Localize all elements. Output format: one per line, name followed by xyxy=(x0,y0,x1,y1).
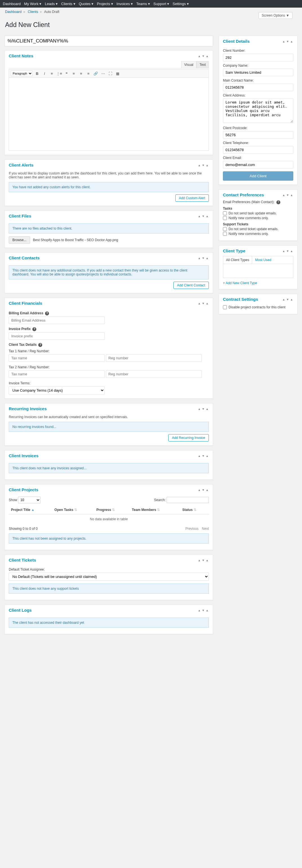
nav-invoices[interactable]: Invoices ▾ xyxy=(117,2,133,6)
tab-visual[interactable]: Visual xyxy=(181,61,197,68)
help-icon[interactable]: ? xyxy=(38,343,42,347)
address-input[interactable]: Lorem ipsum dolor sit amet, consectetur … xyxy=(223,98,293,123)
no-data: No data available in table xyxy=(9,514,209,524)
tax1-name-input[interactable] xyxy=(9,354,105,362)
email-input[interactable] xyxy=(223,161,293,168)
company-name-input[interactable] xyxy=(223,69,293,76)
chk-ticket-update[interactable] xyxy=(223,227,227,231)
file-name: Best Shopify Apps to Boost Traffic - SEO… xyxy=(33,238,118,242)
nav-projects[interactable]: Projects ▾ xyxy=(97,2,113,6)
nav-support[interactable]: Support ▾ xyxy=(153,2,169,6)
help-icon[interactable]: ? xyxy=(32,327,36,331)
fullscreen-icon[interactable]: ⛶ xyxy=(108,71,113,76)
panel-toggle[interactable]: ▴▾▴ xyxy=(198,558,209,562)
panel-toggle[interactable]: ▴▾▴ xyxy=(198,407,209,411)
help-icon[interactable]: ? xyxy=(45,311,49,315)
link-icon[interactable]: 🔗 xyxy=(93,71,98,76)
chk-ticket-comments[interactable] xyxy=(223,232,227,236)
proj-heading: Client Projects xyxy=(9,487,38,492)
invoice-prefix-input[interactable] xyxy=(9,332,105,340)
alerts-heading: Client Alerts xyxy=(9,163,33,167)
add-type-link[interactable]: + Add New Client Type xyxy=(223,281,257,285)
tax2-reg-input[interactable] xyxy=(106,370,202,378)
panel-toggle[interactable]: ▴▾▴ xyxy=(282,249,293,253)
nav-mywork[interactable]: My Work ▾ xyxy=(24,2,42,6)
panel-toggle[interactable]: ▴▾▴ xyxy=(282,193,293,197)
col-status[interactable]: Status ⇅ xyxy=(180,506,209,514)
client-title-input[interactable] xyxy=(4,36,213,46)
para-select[interactable]: Paragraph xyxy=(11,71,33,76)
postcode-input[interactable] xyxy=(223,131,293,139)
panel-toggle[interactable]: ▴▾▴ xyxy=(282,39,293,43)
ul-icon[interactable]: ≡ xyxy=(49,71,55,76)
panel-toggle[interactable]: ▴▾▴ xyxy=(198,54,209,58)
panel-toggle[interactable]: ▴▾▴ xyxy=(282,298,293,301)
tab-all-types[interactable]: All Client Types xyxy=(223,256,252,264)
inv-empty: This client does not have any invoices a… xyxy=(9,463,209,473)
tax1-reg-input[interactable] xyxy=(106,354,202,362)
chk-disable-contracts[interactable] xyxy=(223,305,227,309)
fin-heading: Client Financials xyxy=(9,301,42,306)
show-select[interactable]: 10 xyxy=(18,497,40,503)
telephone-input[interactable] xyxy=(223,146,293,154)
editor-area[interactable] xyxy=(9,78,209,151)
tab-text[interactable]: Text xyxy=(197,61,209,68)
align-right-icon[interactable]: ≡ xyxy=(86,71,91,76)
sort-icon: ⇅ xyxy=(112,508,115,512)
rec-heading: Recurring Invoices xyxy=(9,406,47,411)
billing-email-input[interactable] xyxy=(9,316,105,324)
bc-clients[interactable]: Clients xyxy=(28,10,38,14)
client-number-input[interactable] xyxy=(223,54,293,61)
assignee-select[interactable]: No Default (Tickets will be unassigned u… xyxy=(9,572,209,581)
add-alert-button[interactable]: Add Custom Alert xyxy=(175,194,209,202)
help-icon[interactable]: ? xyxy=(276,200,280,204)
nav-teams[interactable]: Teams ▾ xyxy=(136,2,150,6)
nav-quotes[interactable]: Quotes ▾ xyxy=(79,2,94,6)
toolbar-toggle-icon[interactable]: ▦ xyxy=(115,71,120,76)
add-contact-button[interactable]: Add Client Contact xyxy=(173,282,209,289)
nav-settings[interactable]: Settings ▾ xyxy=(173,2,189,6)
col-title[interactable]: Project Title ▲ xyxy=(9,506,52,514)
panel-toggle[interactable]: ▴▾▴ xyxy=(198,301,209,305)
panel-toggle[interactable]: ▴▾▴ xyxy=(198,163,209,167)
col-team[interactable]: Team Members ⇅ xyxy=(130,506,180,514)
tax2-name-input[interactable] xyxy=(9,370,105,378)
quote-icon[interactable]: ❝ xyxy=(64,71,69,76)
screen-options[interactable]: Screen Options ▼ xyxy=(259,12,293,19)
logs-heading: Client Logs xyxy=(9,608,32,613)
notes-heading: Client Notes xyxy=(9,54,33,58)
nav-clients[interactable]: Clients ▾ xyxy=(61,2,75,6)
bc-current: Auto Draft xyxy=(44,10,59,14)
browse-button[interactable]: Browse... xyxy=(9,236,30,244)
chk-task-comments[interactable] xyxy=(223,216,227,220)
panel-toggle[interactable]: ▴▾▴ xyxy=(198,608,209,612)
nav-dashboard[interactable]: Dashboard xyxy=(3,2,21,6)
invoice-terms-select[interactable]: Use Company Terms (14 days) xyxy=(9,386,105,395)
next-button[interactable]: Next xyxy=(202,527,209,531)
italic-icon[interactable]: I xyxy=(42,71,47,76)
add-recurring-button[interactable]: Add Recurring Invoice xyxy=(168,434,209,441)
col-tasks[interactable]: Open Tasks ⇅ xyxy=(52,506,94,514)
chk-task-update[interactable] xyxy=(223,211,227,215)
col-progress[interactable]: Progress ⇅ xyxy=(94,506,130,514)
main-contact-input[interactable] xyxy=(223,84,293,91)
bc-dashboard[interactable]: Dashboard xyxy=(5,10,22,14)
add-client-button[interactable]: Add Client xyxy=(223,172,293,181)
bold-icon[interactable]: B xyxy=(34,71,40,76)
rec-empty: No recurring invoices found... xyxy=(9,422,209,432)
align-center-icon[interactable]: ≡ xyxy=(78,71,84,76)
nav-leads[interactable]: Leads ▾ xyxy=(45,2,58,6)
panel-toggle[interactable]: ▴▾▴ xyxy=(198,488,209,492)
more-icon[interactable]: ⋯ xyxy=(100,71,106,76)
files-empty: There are no files attached to this clie… xyxy=(9,223,209,234)
search-input[interactable] xyxy=(167,497,209,503)
tab-most-used[interactable]: Most Used xyxy=(252,256,274,264)
panel-toggle[interactable]: ▴▾▴ xyxy=(198,256,209,260)
tix-heading: Client Tickets xyxy=(9,558,36,562)
top-nav: Dashboard My Work ▾ Leads ▾ Clients ▾ Qu… xyxy=(0,0,302,8)
ol-icon[interactable]: ⋮≡ xyxy=(56,71,62,76)
panel-toggle[interactable]: ▴▾▴ xyxy=(198,214,209,218)
align-left-icon[interactable]: ≡ xyxy=(71,71,77,76)
panel-toggle[interactable]: ▴▾▴ xyxy=(198,454,209,458)
prev-button[interactable]: Previous xyxy=(185,527,199,531)
